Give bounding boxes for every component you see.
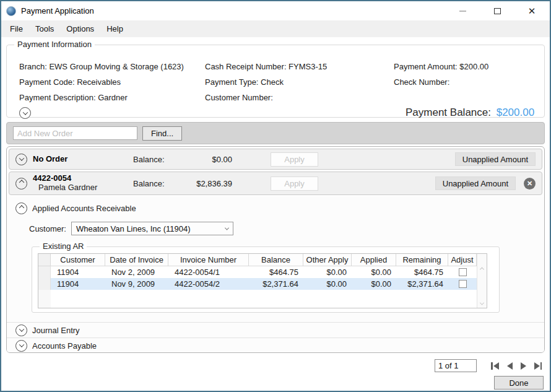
payment-code-field: Payment Code: Receivables (19, 77, 205, 87)
window-title: Payment Application (21, 6, 94, 15)
accounts-payable-expander-button[interactable] (15, 340, 27, 352)
find-button[interactable]: Find... (142, 126, 182, 141)
col-adjust: Adjust (448, 254, 477, 266)
customer-label: Customer: (29, 224, 66, 233)
customer-number-field: Customer Number: (205, 93, 394, 102)
last-page-button[interactable] (532, 360, 544, 372)
apply-button[interactable]: Apply (271, 152, 318, 167)
order-subtitle: Pamela Gardner (33, 183, 97, 192)
adjust-checkbox[interactable] (459, 268, 467, 276)
existing-ar-group: Existing AR Customer Date of Invoice Inv… (32, 246, 500, 313)
table-row[interactable]: 11904 Nov 9, 2009 4422-0054/2 $2,371.64 … (38, 278, 477, 290)
table-row[interactable]: 11904 Nov 2, 2009 4422-0054/1 $464.75 $0… (38, 266, 477, 278)
journal-entry-section-header: Journal Entry (7, 322, 544, 338)
title-bar: Payment Application ✕ (1, 1, 550, 20)
page-indicator-input[interactable] (435, 359, 477, 372)
no-order-expander-button[interactable] (15, 154, 27, 165)
add-order-toolbar: Find... (6, 122, 545, 144)
chevron-up-icon (19, 205, 24, 210)
next-page-button[interactable] (519, 360, 528, 372)
next-page-icon (521, 362, 526, 370)
cell-customer: 11904 (51, 266, 105, 278)
menu-options[interactable]: Options (60, 22, 100, 36)
pagination (6, 359, 545, 372)
menu-help[interactable]: Help (100, 22, 129, 36)
col-customer: Customer (51, 254, 105, 266)
table-header-row: Customer Date of Invoice Invoice Number … (38, 254, 487, 266)
row-selector[interactable] (38, 266, 51, 278)
done-button[interactable]: Done (494, 376, 544, 390)
applied-ar-title: Applied Accounts Receivable (32, 204, 136, 213)
order-title: 4422-0054 (33, 173, 71, 183)
menu-file[interactable]: File (4, 22, 29, 36)
payment-type-field: Payment Type: Check (205, 77, 394, 87)
minimize-icon (459, 11, 466, 12)
balance-value: $2,836.39 (178, 179, 232, 188)
minimize-button[interactable] (456, 4, 469, 18)
maximize-button[interactable] (490, 4, 504, 18)
cell-date-of-invoice: Nov 9, 2009 (105, 278, 168, 290)
balance-label: Balance: (133, 179, 178, 188)
cell-invoice-number: 4422-0054/2 (168, 278, 249, 290)
journal-entry-expander-button[interactable] (15, 324, 27, 336)
customer-dropdown-value: Wheaton Van Lines, Inc (11904) (76, 224, 191, 233)
app-icon (6, 6, 16, 16)
customer-dropdown[interactable]: Wheaton Van Lines, Inc (11904) (71, 222, 233, 235)
close-icon: ✕ (528, 6, 536, 15)
unapplied-amount-button[interactable]: Unapplied Amount (435, 176, 516, 190)
previous-page-button[interactable] (505, 360, 514, 372)
unapplied-amount-button[interactable]: Unapplied Amount (455, 152, 536, 166)
branch-field: Branch: EWS Group Moving & Storage (1623… (19, 62, 205, 71)
payment-balance-value: $200.00 (497, 107, 534, 118)
chevron-down-icon (19, 342, 24, 347)
payment-balance: Payment Balance: $200.00 (406, 107, 534, 119)
chevron-down-icon (22, 110, 27, 115)
payment-information-legend: Payment Information (14, 40, 95, 49)
apply-button[interactable]: Apply (271, 176, 318, 191)
close-button[interactable]: ✕ (525, 4, 539, 18)
cell-remaining: $2,371.64 (396, 278, 448, 290)
applied-ar-collapse-button[interactable] (15, 203, 27, 214)
payment-information-group: Payment Information Branch: EWS Group Mo… (6, 45, 545, 118)
payment-info-expander-button[interactable] (19, 107, 31, 119)
col-date-of-invoice: Date of Invoice (105, 254, 168, 266)
payment-amount-field: Payment Amount: $200.00 (394, 62, 537, 71)
table-scrollbar[interactable] (477, 254, 487, 266)
cash-receipt-number-field: Cash Receipt Number: FYMS3-15 (205, 62, 394, 71)
add-new-order-input[interactable] (13, 126, 137, 140)
menu-tools[interactable]: Tools (29, 22, 60, 36)
adjust-checkbox[interactable] (459, 280, 467, 288)
col-other-apply: Other Apply (303, 254, 352, 266)
cell-other-apply: $0.00 (303, 266, 352, 278)
scroll-up-icon (480, 268, 484, 272)
chevron-down-icon (19, 155, 24, 160)
col-balance: Balance (249, 254, 303, 266)
journal-entry-title: Journal Entry (32, 326, 80, 335)
row-selector-header (38, 254, 51, 266)
orders-panel: No Order Balance: $0.00 Apply Unapplied … (6, 146, 545, 353)
payment-description-field: Payment Description: Gardner (19, 93, 205, 102)
cell-applied: $0.00 (352, 278, 396, 290)
menu-bar: File Tools Options Help (1, 20, 550, 37)
cell-date-of-invoice: Nov 2, 2009 (105, 266, 168, 278)
cell-applied: $0.00 (352, 266, 396, 278)
accounts-payable-section-header: Accounts Payable (7, 338, 544, 353)
existing-ar-legend: Existing AR (40, 242, 87, 251)
remove-order-button[interactable]: ✕ (524, 178, 536, 189)
cell-balance: $2,371.64 (249, 278, 303, 290)
chevron-down-icon (225, 225, 229, 230)
col-applied: Applied (352, 254, 396, 266)
close-icon: ✕ (527, 180, 532, 188)
chevron-up-icon (19, 180, 24, 185)
first-page-icon (491, 362, 493, 370)
cell-remaining: $464.75 (396, 266, 448, 278)
table-scrollbar[interactable] (477, 266, 487, 308)
col-invoice-number: Invoice Number (168, 254, 249, 266)
applied-ar-section-header: Applied Accounts Receivable (7, 197, 544, 214)
row-selector[interactable] (38, 278, 51, 290)
accounts-payable-title: Accounts Payable (32, 341, 97, 351)
first-page-button[interactable] (489, 360, 501, 372)
order-row-4422-0054: 4422-0054 Pamela Gardner Balance: $2,836… (9, 172, 542, 195)
order-collapse-button[interactable] (15, 178, 27, 189)
previous-page-icon (507, 362, 513, 370)
